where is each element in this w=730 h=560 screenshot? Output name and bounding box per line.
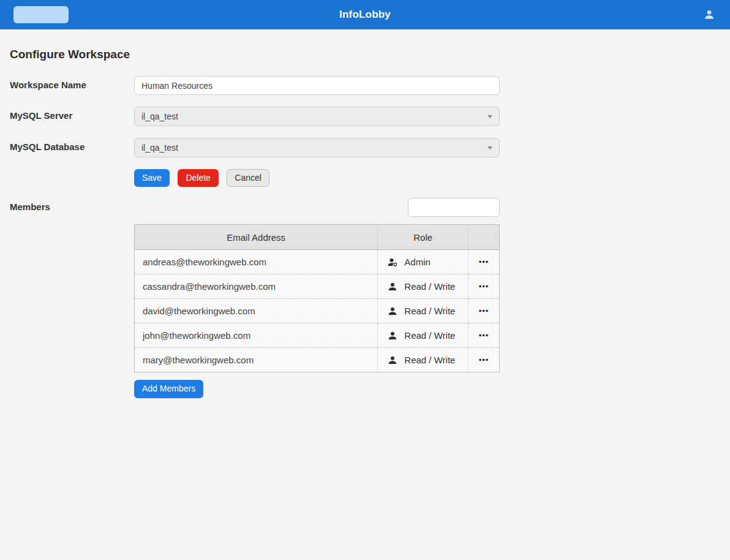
- member-row: mary@theworkingweb.com Read / Write •••: [135, 348, 500, 373]
- member-email: john@theworkingweb.com: [135, 324, 378, 348]
- row-menu-button[interactable]: •••: [475, 328, 493, 342]
- admin-person-icon: [387, 257, 398, 268]
- member-email: david@theworkingweb.com: [135, 299, 378, 324]
- role-column-header: Role: [378, 225, 468, 250]
- member-email: andreas@theworkingweb.com: [135, 250, 378, 274]
- user-account-icon[interactable]: [703, 9, 715, 21]
- member-row: john@theworkingweb.com Read / Write •••: [135, 324, 500, 348]
- form-buttons-row: Save Delete Cancel: [134, 169, 720, 187]
- member-row: andreas@theworkingweb.com Admin •••: [135, 250, 500, 274]
- workspace-name-input[interactable]: [134, 76, 500, 95]
- workspace-name-row: Workspace Name: [10, 76, 720, 95]
- mysql-database-select[interactable]: il_qa_test: [134, 138, 500, 157]
- member-row: david@theworkingweb.com Read / Write •••: [135, 299, 500, 324]
- actions-column-header: [468, 225, 500, 250]
- members-label: Members: [10, 198, 134, 212]
- member-role: Read / Write: [404, 355, 455, 365]
- person-icon: [387, 306, 398, 317]
- chevron-down-icon: [487, 115, 492, 118]
- configure-workspace-page: Configure Workspace Workspace Name MySQL…: [0, 48, 730, 398]
- member-role: Admin: [404, 257, 431, 267]
- cancel-button[interactable]: Cancel: [227, 169, 269, 187]
- mysql-server-selected-value: il_qa_test: [141, 112, 178, 121]
- row-menu-button[interactable]: •••: [475, 279, 493, 293]
- app-title: InfoLobby: [339, 9, 391, 21]
- email-column-header: Email Address: [135, 225, 378, 250]
- member-role: Read / Write: [404, 330, 455, 341]
- mysql-database-selected-value: il_qa_test: [141, 143, 178, 153]
- mysql-database-row: MySQL Database il_qa_test: [10, 138, 720, 157]
- members-table: Email Address Role andreas@theworkingweb…: [134, 224, 500, 373]
- app-header: InfoLobby: [0, 0, 730, 29]
- person-icon: [387, 330, 398, 341]
- members-table-header-row: Email Address Role: [135, 225, 500, 250]
- mysql-database-label: MySQL Database: [10, 138, 134, 152]
- row-menu-button[interactable]: •••: [475, 255, 493, 269]
- chevron-down-icon: [487, 146, 492, 149]
- member-role: Read / Write: [404, 306, 455, 316]
- add-members-wrap: Add Members: [134, 380, 720, 398]
- row-menu-button[interactable]: •••: [475, 304, 493, 318]
- mysql-server-row: MySQL Server il_qa_test: [10, 107, 720, 126]
- mysql-server-select[interactable]: il_qa_test: [134, 107, 500, 126]
- person-icon: [387, 355, 398, 366]
- member-role: Read / Write: [404, 281, 455, 292]
- members-search-input[interactable]: [408, 198, 500, 217]
- members-table-body: andreas@theworkingweb.com Admin ••• cass…: [135, 250, 500, 373]
- add-members-button[interactable]: Add Members: [134, 380, 203, 398]
- member-row: cassandra@theworkingweb.com Read / Write…: [135, 274, 500, 299]
- workspace-name-label: Workspace Name: [10, 76, 134, 90]
- person-icon: [387, 281, 398, 292]
- mysql-server-label: MySQL Server: [10, 107, 134, 121]
- member-email: cassandra@theworkingweb.com: [135, 274, 378, 299]
- save-button[interactable]: Save: [134, 169, 170, 187]
- members-row: Members: [10, 198, 720, 217]
- header-action-button[interactable]: [13, 6, 69, 23]
- row-menu-button[interactable]: •••: [475, 353, 493, 367]
- members-table-wrap: Email Address Role andreas@theworkingweb…: [134, 224, 720, 373]
- member-email: mary@theworkingweb.com: [135, 348, 378, 373]
- page-title: Configure Workspace: [10, 48, 720, 61]
- delete-button[interactable]: Delete: [178, 169, 218, 187]
